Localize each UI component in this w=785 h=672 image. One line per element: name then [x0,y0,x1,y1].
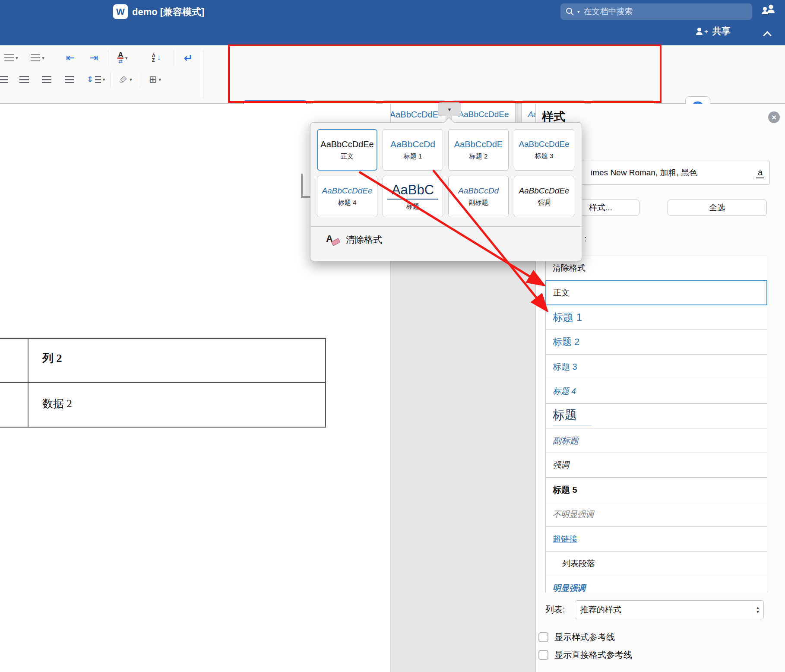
show-direct-format-guides-label: 显示直接格式参考线 [554,649,632,661]
styles-list: 清除格式 正文 标题 1 标题 2 标题 3 标题 4 标题 副标题 强调 标题… [545,256,767,593]
style-sample: AaBbCcDdEe [519,139,569,149]
popup-card-heading2[interactable]: AaBbCcDdE 标题 2 [448,129,509,171]
line-spacing-button[interactable]: ⇕▾ [84,70,108,89]
chevron-down-icon: ▾ [448,106,451,113]
share-button[interactable]: + 共享 [696,25,731,37]
style-item-subtitle[interactable]: 副标题 [545,428,767,453]
style-item-label: 列表段落 [562,558,595,569]
justify-button[interactable] [37,70,56,89]
popup-card-heading4[interactable]: AaBbCcDdEe 标题 4 [317,176,377,217]
collapse-ribbon-chevron-icon[interactable] [763,31,771,37]
style-sample: AaBbCcDdEe [320,139,374,149]
document-title: demo [兼容模式] [132,6,204,19]
style-sample: AaBbCcDdEe [322,186,372,196]
borders-grid-icon: ⊞ [149,74,157,85]
style-item-heading3[interactable]: 标题 3 [545,354,767,379]
search-scope-chevron-icon[interactable]: ▾ [577,9,580,15]
chevron-down-icon: ▾ [158,77,161,82]
current-format-text: imes New Roman, 加粗, 黑色 [591,167,697,178]
style-sample: AaBbCcDdEe [458,110,509,119]
popup-card-emphasis[interactable]: AaBbCcDdEe 强调 [514,176,574,217]
decrease-indent-button[interactable]: ⇤ [60,48,80,67]
style-item-label: 不明显强调 [553,509,594,520]
close-icon[interactable]: × [768,111,780,123]
style-item-hyperlink[interactable]: 超链接 [545,526,767,552]
share-plus-icon: + [704,28,708,35]
style-gallery-popup: AaBbCcDdEe 正文 AaBbCcDd 标题 1 AaBbCcDdE 标题… [310,122,582,261]
word-doc-icon-letter: W [116,6,125,17]
style-item-list-paragraph[interactable]: 列表段落 [545,551,767,576]
annotation-rectangle [228,44,662,103]
list-filter-label: 列表: [545,604,565,615]
titlebar: W demo [兼容模式] ▾ + 共享 [0,0,785,45]
popup-card-subtitle[interactable]: AaBbCcDd 副标题 [448,176,509,217]
style-item-normal[interactable]: 正文 [545,280,767,305]
gallery-more-button[interactable]: ▾ [438,102,461,116]
show-style-guides-row: 显示样式参考线 [538,631,615,643]
style-label: 标题 1 [404,152,422,161]
select-all-button[interactable]: 全选 [668,200,767,216]
outdent-icon: ⇤ [66,52,75,64]
style-label: 正文 [341,152,354,161]
character-scale-icon: A⇄ [117,52,123,64]
search-box[interactable]: ▾ [560,3,752,20]
popup-card-normal[interactable]: AaBbCcDdEe 正文 [317,129,377,171]
table-border [325,338,326,428]
popup-card-title[interactable]: AaBbC 标题 [383,176,443,217]
shading-button[interactable]: ▾ [113,70,137,89]
paragraph-return-button[interactable]: ↵ [178,48,199,67]
character-scale-button[interactable]: A⇄ ▾ [111,48,134,67]
numbered-list-button[interactable]: ▾ [0,48,22,67]
word-window: W demo [兼容模式] ▾ + 共享 ▾ ▾ ⇤ ⇥ A⇄ ▾ [0,0,785,672]
sort-az-icon: AZ [152,53,155,63]
style-item-label: 标题 5 [553,484,577,496]
character-style-indicator[interactable]: a [756,168,764,178]
popup-card-heading1[interactable]: AaBbCcDd 标题 1 [383,129,443,171]
style-item-subtle-emphasis[interactable]: 不明显强调 [545,502,767,527]
style-item-title[interactable]: 标题 [545,403,767,428]
style-item-heading5[interactable]: 标题 5 [545,477,767,502]
table-border [0,338,326,339]
line-spacing-icon: ⇕ [87,75,93,84]
show-direct-format-guides-checkbox[interactable] [538,650,548,660]
style-sample: AaBbCcDd [458,186,499,196]
stepper-icon[interactable]: ▲ ▼ [752,601,763,619]
chevron-down-icon: ▾ [16,55,18,61]
style-item-heading2[interactable]: 标题 2 [545,330,767,355]
style-item-emphasis[interactable]: 强调 [545,453,767,478]
table-data-cell[interactable]: 数据 2 [42,396,72,411]
style-sample: AaBbCcDdEe [519,186,569,196]
style-label: 标题 4 [338,199,357,207]
align-left-button[interactable] [0,70,12,89]
style-item-label: 超链接 [553,533,577,545]
align-right-button[interactable] [15,70,34,89]
word-doc-icon: W [113,4,128,19]
style-item-label: 标题 1 [553,311,582,324]
style-item-label: 明显强调 [553,583,586,593]
sort-arrow-icon: ↓ [157,54,161,62]
borders-button[interactable]: ⊞▾ [142,70,168,89]
clear-formatting-button[interactable]: A 清除格式 [310,227,582,246]
increase-indent-button[interactable]: ⇥ [84,48,104,67]
chevron-down-icon: ▾ [42,55,44,61]
indent-icon: ⇥ [89,52,98,64]
search-input[interactable] [583,6,747,17]
distribute-text-button[interactable] [59,70,80,89]
share-label: 共享 [712,25,731,37]
table-header-cell[interactable]: 列 2 [42,351,62,366]
multilevel-list-button[interactable]: ▾ [25,48,50,67]
style-item-label: 标题 [553,407,592,425]
style-item-heading4[interactable]: 标题 4 [545,379,767,404]
popup-card-heading3[interactable]: AaBbCcDdEe 标题 3 [514,129,574,171]
style-item-heading1[interactable]: 标题 1 [545,305,767,330]
show-style-guides-checkbox[interactable] [538,632,548,642]
chevron-down-icon: ▾ [103,77,105,82]
contacts-icon[interactable] [760,5,780,19]
style-label: 标题 3 [535,152,554,160]
sort-button[interactable]: AZ ↓ [146,48,167,67]
style-item-label: 清除格式 [553,263,586,274]
list-filter-dropdown[interactable]: 推荐的样式 ▲ ▼ [575,600,764,619]
paint-bucket-icon [118,76,128,84]
obscured-label-colon: : [584,234,586,244]
style-item-intense-emphasis[interactable]: 明显强调 [545,576,767,593]
